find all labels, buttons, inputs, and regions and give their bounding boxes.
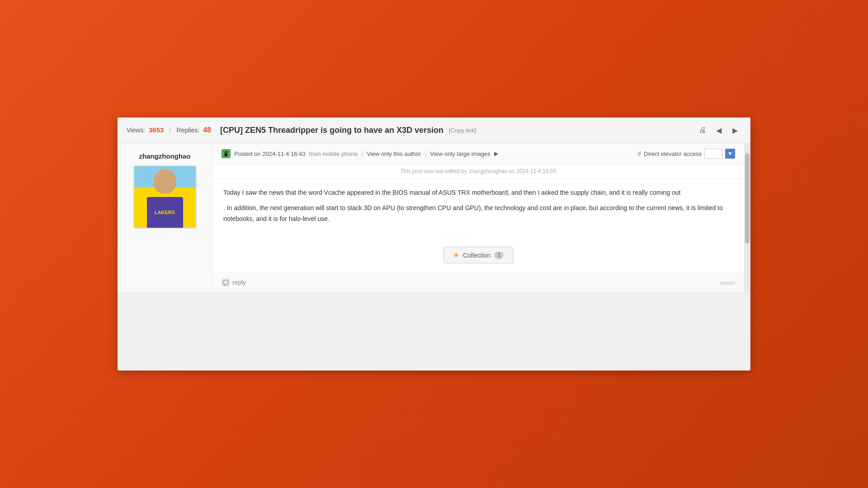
elevator-hash: # bbox=[637, 150, 641, 157]
view-only-images-link[interactable]: View only large images bbox=[430, 150, 490, 157]
separator-2: | bbox=[425, 150, 426, 158]
images-arrow-icon: ▶ bbox=[494, 150, 498, 157]
copy-link-button[interactable]: [Copy link] bbox=[449, 127, 476, 134]
view-only-author-link[interactable]: View only this author bbox=[367, 150, 421, 157]
star-icon: ★ bbox=[453, 251, 459, 259]
forward-button[interactable]: ▶ bbox=[729, 124, 741, 136]
report-button[interactable]: report bbox=[720, 279, 735, 286]
elevator-go-button[interactable]: ▼ bbox=[725, 149, 735, 159]
post-title: [CPU] ZEN5 Threadripper is going to have… bbox=[220, 126, 443, 135]
reply-label: reply bbox=[232, 279, 246, 286]
reply-icon: 💬 bbox=[222, 278, 230, 286]
replies-count: 48 bbox=[203, 126, 211, 134]
mobile-icon: 📱 bbox=[222, 149, 231, 158]
elevator-input[interactable] bbox=[704, 149, 722, 159]
post-footer: 💬 reply report bbox=[212, 272, 744, 292]
from-mobile: from mobile phone bbox=[309, 150, 358, 157]
avatar-body: LAKERS bbox=[147, 197, 183, 229]
post-area: 📱 Posted on 2024-11-4 16:43 from mobile … bbox=[212, 143, 744, 292]
elevator-section: # Direct elevator access ▼ bbox=[637, 149, 735, 159]
header-title-area: [CPU] ZEN5 Threadripper is going to have… bbox=[211, 126, 696, 135]
collection-count: 1 bbox=[494, 252, 504, 259]
post-body: Today I saw the news that the word Vcach… bbox=[212, 178, 744, 238]
replies-label: Replies: bbox=[177, 127, 200, 134]
main-container: Views: 3653 | Replies: 48 [CPU] ZEN5 Thr… bbox=[118, 117, 750, 371]
post-body-line2: . In addition, the next generation will … bbox=[223, 203, 733, 225]
avatar-jersey-text: LAKERS bbox=[155, 210, 175, 216]
content-area: zhangzhonghao LAKERS 📱 Posted on 2024-11… bbox=[118, 143, 750, 292]
scrollbar-thumb[interactable] bbox=[745, 153, 750, 244]
avatar-head bbox=[154, 169, 176, 194]
avatar-image: LAKERS bbox=[134, 165, 196, 229]
collection-area: ★ Collection 1 bbox=[212, 238, 744, 272]
post-edit-notice: This post was last edited by zhangzhongh… bbox=[212, 164, 744, 178]
post-body-line1: Today I saw the news that the word Vcach… bbox=[223, 188, 733, 198]
sidebar: zhangzhonghao LAKERS bbox=[118, 143, 212, 292]
scrollbar[interactable] bbox=[744, 143, 750, 292]
collection-button[interactable]: ★ Collection 1 bbox=[443, 247, 513, 263]
post-meta-bar: 📱 Posted on 2024-11-4 16:43 from mobile … bbox=[212, 143, 744, 164]
header-bar: Views: 3653 | Replies: 48 [CPU] ZEN5 Thr… bbox=[118, 117, 750, 143]
collection-label: Collection bbox=[463, 252, 491, 259]
username: zhangzhonghao bbox=[139, 152, 190, 160]
header-stats: Views: 3653 | Replies: 48 bbox=[127, 126, 211, 134]
reply-button[interactable]: 💬 reply bbox=[222, 278, 246, 286]
print-button[interactable]: 🖨 bbox=[696, 124, 709, 136]
header-actions: 🖨 ◀ ▶ bbox=[696, 124, 741, 136]
views-count: 3653 bbox=[149, 126, 164, 134]
post-date: Posted on 2024-11-4 16:43 bbox=[234, 150, 306, 157]
back-button[interactable]: ◀ bbox=[712, 124, 725, 136]
separator-1: | bbox=[361, 150, 363, 158]
avatar: LAKERS bbox=[133, 165, 197, 229]
views-label: Views: bbox=[127, 127, 145, 134]
divider: | bbox=[169, 126, 171, 134]
elevator-label: Direct elevator access bbox=[644, 150, 702, 157]
